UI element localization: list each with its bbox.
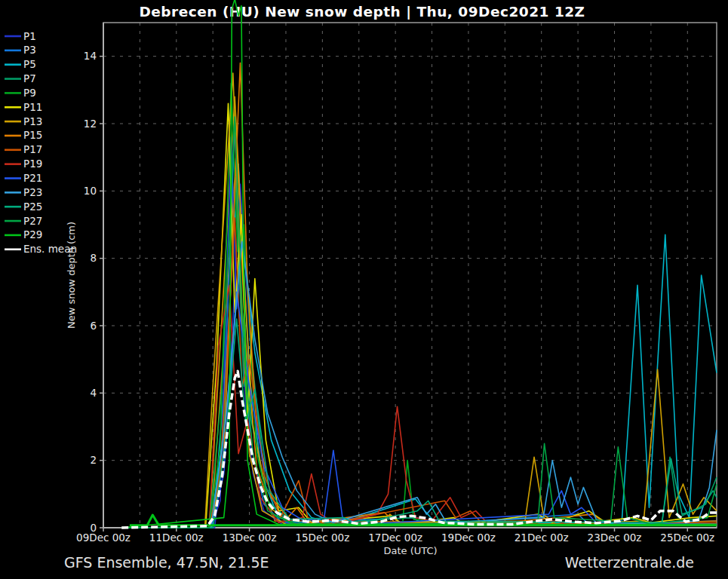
y-tick-label: 10 xyxy=(84,185,97,197)
y-tick-label: 0 xyxy=(90,522,97,534)
legend-label-p15: P15 xyxy=(23,129,42,141)
y-tick-label: 4 xyxy=(90,387,97,399)
legend-label-p25: P25 xyxy=(23,201,42,213)
legend-label-p17: P17 xyxy=(23,143,42,155)
x-tick-label: 15Dec 00z xyxy=(295,532,349,544)
legend-label-p27: P27 xyxy=(23,215,42,227)
legend-label-p21: P21 xyxy=(23,172,42,184)
x-tick-label: 17Dec 00z xyxy=(368,532,422,544)
legend-label-p7: P7 xyxy=(23,72,36,84)
y-tick-label: 6 xyxy=(90,320,97,332)
footer-branding: Wetterzentrale.de xyxy=(565,554,694,571)
y-tick-label: 12 xyxy=(84,118,97,130)
legend-label-p29: P29 xyxy=(23,228,42,240)
legend-label-p23: P23 xyxy=(23,186,42,198)
ensemble-chart: Debrecen (HU) New snow depth | Thu, 09De… xyxy=(0,0,728,579)
legend-label-p9: P9 xyxy=(23,87,36,99)
x-tick-label: 25Dec 00z xyxy=(660,532,714,544)
x-axis-label: Date (UTC) xyxy=(383,545,437,556)
legend-label-p19: P19 xyxy=(23,158,42,170)
x-tick-label: 23Dec 00z xyxy=(588,532,642,544)
y-tick-label: 14 xyxy=(84,50,97,62)
x-tick-label: 21Dec 00z xyxy=(515,532,569,544)
x-tick-label: 11Dec 00z xyxy=(149,532,204,544)
legend-label-p3: P3 xyxy=(23,44,36,56)
chart-background xyxy=(0,0,728,579)
x-tick-label: 13Dec 00z xyxy=(223,532,277,544)
legend-label-p13: P13 xyxy=(23,115,42,127)
legend-label-p1: P1 xyxy=(23,30,36,42)
legend-label-p11: P11 xyxy=(23,101,42,113)
y-tick-label: 2 xyxy=(90,454,97,466)
footer-model-info: GFS Ensemble, 47.5N, 21.5E xyxy=(64,554,269,571)
chart-title: Debrecen (HU) New snow depth | Thu, 09De… xyxy=(139,4,585,20)
chart-page: Debrecen (HU) New snow depth | Thu, 09De… xyxy=(0,0,728,579)
x-tick-label: 19Dec 00z xyxy=(441,532,496,544)
x-tick-label: 09Dec 00z xyxy=(76,532,131,544)
legend-label-p5: P5 xyxy=(23,58,36,70)
y-axis-label: New snow depth (cm) xyxy=(66,222,77,329)
y-tick-label: 8 xyxy=(90,252,97,264)
